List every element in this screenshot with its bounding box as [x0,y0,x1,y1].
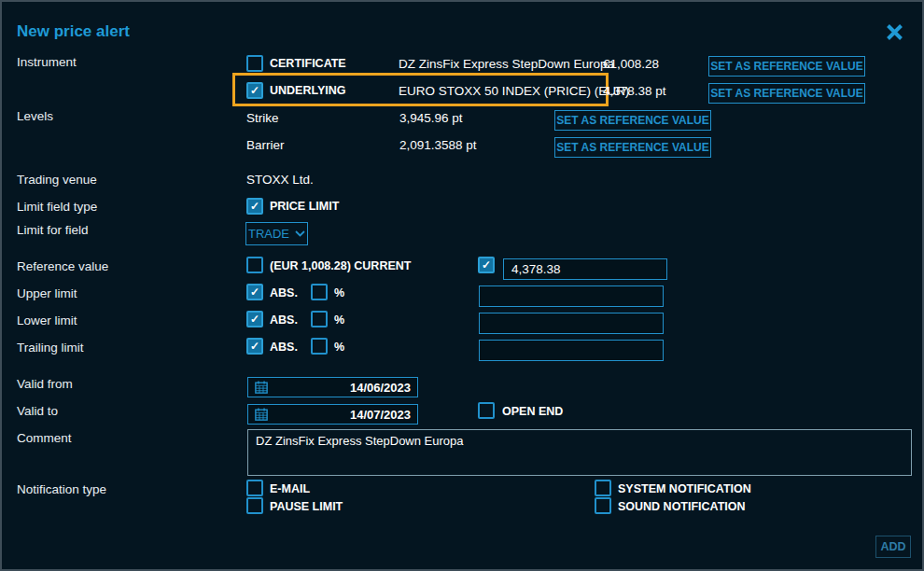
upper-limit-abs-label: ABS. [270,286,298,299]
trading-venue-value: STOXX Ltd. [246,173,314,187]
certificate-checkbox[interactable] [246,55,263,72]
lower-limit-abs-checkbox[interactable] [246,311,263,327]
valid-from-input[interactable]: 14/06/2023 [247,377,418,397]
trailing-limit-input[interactable] [479,340,664,361]
comment-label: Comment [17,431,72,445]
underlying-set-reference-button[interactable]: SET AS REFERENCE VALUE [708,83,865,104]
trading-venue-label: Trading venue [17,173,97,187]
valid-to-input[interactable]: 14/07/2023 [247,404,418,425]
strike-name: Strike [246,111,279,125]
lower-limit-input[interactable] [479,313,664,334]
current-reference-checkbox-label: (EUR 1,008.28) CURRENT [270,259,411,272]
current-reference-checkbox[interactable] [246,257,263,273]
reference-value-input[interactable] [503,258,667,280]
email-checkbox[interactable] [246,480,263,496]
underlying-checkbox-label: UNDERLYING [270,84,346,97]
barrier-set-reference-button[interactable]: SET AS REFERENCE VALUE [554,137,711,158]
limit-for-field-selected: TRADE [248,227,289,241]
certificate-name: DZ ZinsFix Express StepDown Europa [399,57,614,71]
trailing-limit-pct-checkbox[interactable] [311,338,328,355]
trailing-limit-abs-label: ABS. [270,341,298,354]
certificate-set-reference-button[interactable]: SET AS REFERENCE VALUE [708,56,865,77]
valid-to-value: 14/07/2023 [273,408,411,422]
limit-field-type-label: Limit field type [17,200,97,214]
price-limit-checkbox-label: PRICE LIMIT [270,200,339,213]
calendar-icon [255,381,268,394]
lower-limit-abs-label: ABS. [270,313,298,327]
valid-from-label: Valid from [17,377,73,391]
barrier-value: 2,091.3588 pt [399,138,477,152]
new-price-alert-dialog: New price alert Instrument CERTIFICATE D… [0,0,924,571]
strike-value: 3,945.96 pt [399,111,463,125]
underlying-name: EURO STOXX 50 INDEX (PRICE) (EUR) [399,84,629,98]
comment-textarea[interactable]: DZ ZinsFix Express StepDown Europa [247,429,912,476]
trailing-limit-label: Trailing limit [17,341,84,355]
trailing-limit-abs-checkbox[interactable] [246,338,263,355]
upper-limit-pct-label: % [334,286,344,299]
levels-label: Levels [17,109,53,123]
valid-to-label: Valid to [17,404,58,418]
sound-notification-checkbox-label: SOUND NOTIFICATION [618,500,746,513]
calendar-icon [255,408,268,421]
custom-reference-checkbox[interactable] [478,257,495,273]
dialog-title: New price alert [17,22,130,41]
pause-limit-checkbox-label: PAUSE LIMIT [270,500,343,513]
lower-limit-pct-label: % [334,313,344,327]
system-notification-checkbox[interactable] [595,480,611,496]
chevron-down-icon [295,230,305,237]
price-limit-checkbox[interactable] [246,198,263,215]
reference-value-label: Reference value [17,259,108,273]
email-checkbox-label: E-MAIL [270,482,310,495]
pause-limit-checkbox[interactable] [246,497,263,514]
underlying-price: 4,378.38 pt [603,84,666,98]
trailing-limit-pct-label: % [334,341,344,354]
instrument-label: Instrument [17,55,77,69]
upper-limit-input[interactable] [479,286,664,307]
sound-notification-checkbox[interactable] [595,497,611,514]
add-button[interactable]: ADD [875,536,911,558]
valid-from-value: 14/06/2023 [273,381,411,395]
limit-for-field-label: Limit for field [17,223,89,237]
lower-limit-pct-checkbox[interactable] [311,311,328,327]
open-end-checkbox-label: OPEN END [502,405,563,418]
notification-type-label: Notification type [17,482,106,496]
system-notification-checkbox-label: SYSTEM NOTIFICATION [618,482,751,495]
upper-limit-label: Upper limit [17,286,77,300]
underlying-checkbox[interactable] [246,82,263,99]
certificate-price: €1,008.28 [603,57,659,71]
certificate-checkbox-label: CERTIFICATE [270,57,346,70]
lower-limit-label: Lower limit [17,313,77,327]
close-icon[interactable] [885,22,904,42]
strike-set-reference-button[interactable]: SET AS REFERENCE VALUE [554,110,711,131]
upper-limit-abs-checkbox[interactable] [246,284,263,300]
open-end-checkbox[interactable] [478,402,495,419]
limit-for-field-dropdown[interactable]: TRADE [245,222,308,245]
upper-limit-pct-checkbox[interactable] [311,284,328,300]
barrier-name: Barrier [246,138,285,152]
